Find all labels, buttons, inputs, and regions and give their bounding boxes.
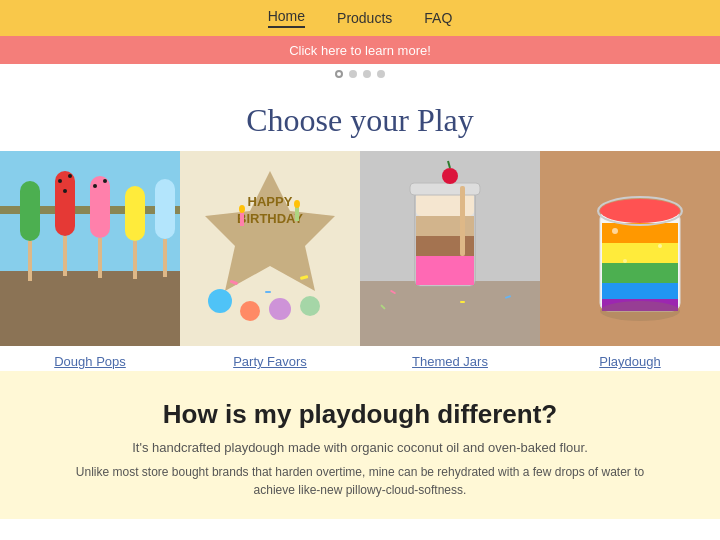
svg-rect-10 [90, 176, 110, 238]
svg-rect-14 [125, 186, 145, 241]
bottom-text1: It's handcrafted playdough made with org… [60, 440, 660, 455]
svg-rect-37 [416, 236, 474, 256]
card-dough-pops[interactable]: Dough Pops [0, 151, 180, 371]
svg-rect-34 [360, 281, 540, 346]
svg-rect-47 [460, 186, 465, 256]
dot-2[interactable] [349, 70, 357, 78]
svg-point-56 [600, 301, 680, 321]
svg-rect-13 [98, 238, 102, 278]
card-party-favors[interactable]: HAPPY BIRTHDAY Party Favors [180, 151, 360, 371]
svg-point-41 [442, 168, 458, 184]
svg-text:HAPPY: HAPPY [248, 194, 293, 209]
card-themed-jars[interactable]: Themed Jars [360, 151, 540, 371]
svg-rect-53 [602, 263, 678, 283]
nav-faq[interactable]: FAQ [424, 10, 452, 26]
svg-point-25 [300, 296, 320, 316]
svg-point-23 [240, 301, 260, 321]
section-title: Choose your Play [0, 84, 720, 151]
svg-rect-3 [20, 181, 40, 241]
nav-home[interactable]: Home [268, 8, 305, 28]
svg-rect-4 [28, 241, 32, 281]
bottom-title: How is my playdough different? [60, 399, 660, 430]
svg-rect-15 [133, 241, 137, 279]
svg-rect-31 [295, 206, 299, 221]
svg-rect-1 [0, 271, 180, 346]
svg-point-11 [93, 184, 97, 188]
svg-point-58 [612, 228, 618, 234]
svg-point-12 [103, 179, 107, 183]
svg-rect-5 [55, 171, 75, 236]
card-playdough-label[interactable]: Playdough [540, 350, 720, 369]
card-party-favors-label[interactable]: Party Favors [180, 350, 360, 369]
promo-text: Click here to learn more! [289, 43, 431, 58]
svg-point-24 [269, 298, 291, 320]
svg-rect-45 [460, 301, 465, 303]
svg-rect-38 [416, 216, 474, 236]
svg-text:BIRTHDAY: BIRTHDAY [237, 211, 303, 226]
svg-point-6 [58, 179, 62, 183]
navigation: Home Products FAQ [0, 0, 720, 36]
svg-point-22 [208, 289, 232, 313]
card-dough-pops-label[interactable]: Dough Pops [0, 350, 180, 369]
nav-products[interactable]: Products [337, 10, 392, 26]
svg-rect-39 [416, 192, 474, 216]
svg-rect-29 [240, 211, 244, 226]
dot-4[interactable] [377, 70, 385, 78]
card-playdough[interactable]: Playdough [540, 151, 720, 371]
dot-3[interactable] [363, 70, 371, 78]
svg-rect-40 [410, 183, 480, 195]
bottom-section: How is my playdough different? It's hand… [0, 371, 720, 519]
bottom-text2: Unlike most store bought brands that har… [60, 463, 660, 499]
svg-point-50 [600, 199, 680, 223]
svg-point-59 [658, 244, 662, 248]
svg-point-32 [294, 200, 300, 208]
svg-rect-28 [265, 291, 271, 293]
svg-rect-16 [155, 179, 175, 239]
svg-point-7 [68, 174, 72, 178]
svg-point-30 [239, 205, 245, 213]
svg-point-8 [63, 189, 67, 193]
dot-1[interactable] [335, 70, 343, 78]
card-themed-jars-label[interactable]: Themed Jars [360, 350, 540, 369]
svg-rect-9 [63, 236, 67, 276]
promo-bar[interactable]: Click here to learn more! [0, 36, 720, 64]
carousel-dots [0, 64, 720, 84]
svg-point-60 [623, 259, 627, 263]
svg-rect-36 [416, 256, 474, 285]
cards-container: Dough Pops HAPPY BIRTHDAY Party [0, 151, 720, 371]
svg-rect-52 [602, 243, 678, 263]
svg-rect-17 [163, 239, 167, 277]
